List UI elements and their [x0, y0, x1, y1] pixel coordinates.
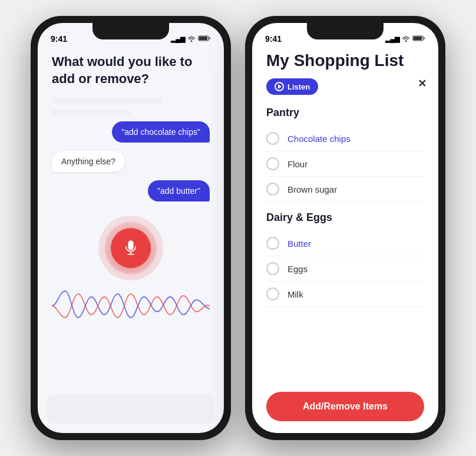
wifi-icon-right: [402, 35, 410, 43]
item-chocolate-chips: Chocolate chips: [287, 134, 351, 144]
blurred-line-1: [52, 98, 163, 104]
list-item: Milk: [266, 282, 424, 307]
svg-rect-4: [414, 37, 422, 40]
svg-rect-2: [209, 38, 210, 39]
item-brown-sugar: Brown sugar: [287, 184, 337, 194]
listen-label: Listen: [287, 82, 310, 91]
item-milk: Milk: [287, 289, 303, 299]
status-icons-left: ▂▄▆: [171, 35, 211, 43]
add-remove-button[interactable]: Add/Remove Items: [266, 392, 424, 421]
time-left: 9:41: [51, 34, 67, 44]
voice-content: What would you like to add or remove? "a…: [38, 49, 224, 389]
battery-icon: [198, 35, 211, 43]
mic-button[interactable]: [111, 228, 151, 268]
list-item: Butter: [266, 231, 424, 256]
battery-icon-right: [412, 35, 425, 43]
radio-brownsugar[interactable]: [266, 183, 279, 196]
item-butter: Butter: [287, 239, 311, 249]
notch: [92, 23, 169, 39]
time-right: 9:41: [265, 34, 282, 44]
section-dairy: Dairy & Eggs: [266, 212, 424, 224]
signal-icon-right: ▂▄▆: [385, 35, 399, 43]
notch-right: [307, 23, 384, 39]
status-icons-right: ▂▄▆: [385, 35, 425, 43]
radio-eggs[interactable]: [266, 262, 279, 275]
radio-flour[interactable]: [266, 157, 279, 170]
mic-icon: [123, 240, 139, 256]
list-item: Chocolate chips: [266, 126, 424, 151]
bubble-add-butter: "add butter": [148, 180, 210, 201]
left-phone: 9:41 ▂▄▆: [31, 16, 231, 440]
blurred-line-2: [52, 110, 131, 115]
bubble-add-chocolate: "add chocolate chips": [112, 121, 210, 143]
item-flour: Flour: [287, 159, 308, 169]
list-item: Brown sugar: [266, 177, 424, 202]
radio-milk[interactable]: [266, 288, 279, 300]
item-eggs: Eggs: [287, 264, 308, 274]
bubble-anything-else: Anything else?: [52, 151, 125, 172]
list-item: Eggs: [266, 256, 424, 282]
mic-area: [52, 210, 210, 332]
play-triangle: [278, 84, 282, 89]
radio-butter[interactable]: [266, 237, 279, 250]
wifi-icon: [187, 35, 196, 43]
close-button[interactable]: ✕: [418, 77, 427, 90]
mic-ripple: [98, 216, 163, 280]
list-title: My Shopping List: [266, 51, 424, 70]
listen-button[interactable]: Listen: [266, 78, 318, 95]
play-icon: [275, 82, 284, 91]
svg-rect-5: [424, 38, 425, 39]
section-pantry: Pantry: [266, 107, 424, 119]
radio-chocolate[interactable]: [266, 132, 279, 145]
waveform: [52, 285, 210, 326]
list-content: My Shopping List Listen Pantry Chocolate…: [252, 49, 438, 385]
list-item: Flour: [266, 151, 424, 177]
svg-rect-1: [199, 37, 207, 40]
voice-question: What would you like to add or remove?: [52, 54, 210, 87]
bottom-bar: [47, 394, 214, 424]
right-phone: 9:41 ▂▄▆: [245, 16, 445, 440]
signal-icon: ▂▄▆: [171, 35, 185, 43]
